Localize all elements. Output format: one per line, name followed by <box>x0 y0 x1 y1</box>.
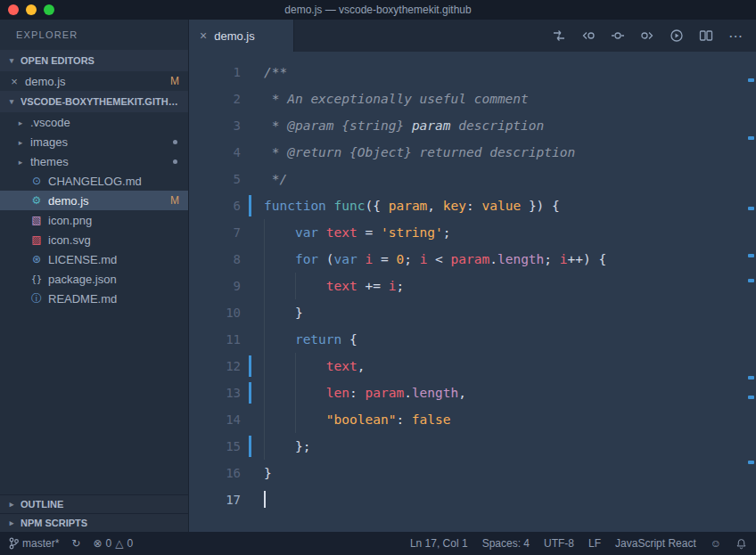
code-line[interactable]: 14"boolean": false <box>189 406 756 433</box>
code-line[interactable]: 15}; <box>189 433 756 460</box>
close-editor-icon[interactable]: × <box>9 75 20 88</box>
line-number[interactable]: 3 <box>189 112 241 139</box>
zoom-window-button[interactable] <box>44 4 54 15</box>
code-token: * @param {string} <box>264 118 412 133</box>
code-line[interactable]: 9text += i; <box>189 273 756 299</box>
minimize-window-button[interactable] <box>26 4 37 15</box>
code-line[interactable]: 1/** <box>189 59 756 86</box>
more-actions-icon[interactable]: ⋯ <box>728 28 744 45</box>
line-number[interactable]: 11 <box>189 326 241 353</box>
line-number[interactable]: 12 <box>189 353 241 380</box>
status-bar-right: Ln 17, Col 1 Spaces: 4 UTF-8 LF JavaScri… <box>396 537 747 550</box>
line-number[interactable]: 9 <box>189 273 241 299</box>
code-token: }) { <box>521 199 560 213</box>
folder-item[interactable]: ▸.vscode <box>0 112 188 132</box>
code-token: * An exceptionally useful comment <box>264 92 529 106</box>
feedback-smiley-icon[interactable]: ☺ <box>711 537 721 550</box>
close-window-button[interactable] <box>8 4 19 15</box>
language-mode-status[interactable]: JavaScript React <box>615 537 696 550</box>
line-number[interactable]: 4 <box>189 139 241 166</box>
code-token: i <box>560 252 568 266</box>
open-changes-icon[interactable] <box>552 29 566 43</box>
code-line[interactable]: 6function func({ param, key: value }) { <box>189 192 756 219</box>
code-line[interactable]: 13len: param.length, <box>189 380 756 406</box>
code-line[interactable]: 3 * @param {string} param description <box>189 112 756 139</box>
sync-button[interactable]: ↻ <box>71 537 80 550</box>
indentation-status[interactable]: Spaces: 4 <box>482 537 530 550</box>
git-branch-status[interactable]: master* <box>9 537 59 550</box>
code-token: : <box>396 412 411 427</box>
open-editor-item[interactable]: × demo.js M <box>0 71 188 91</box>
line-number[interactable]: 2 <box>189 86 241 112</box>
line-number[interactable]: 5 <box>189 166 241 192</box>
notifications-bell-icon[interactable] <box>735 538 747 550</box>
git-modified-indicator <box>249 382 251 404</box>
folder-item[interactable]: ▸themes <box>0 151 188 171</box>
file-item[interactable]: ▧icon.png <box>0 210 188 230</box>
code-token: */ <box>264 172 287 186</box>
workspace-header[interactable]: ▾ VSCODE-BOXYTHEMEKIT.GITHUB <box>0 91 188 112</box>
file-item[interactable]: ▨icon.svg <box>0 230 188 249</box>
code-line[interactable]: 5 */ <box>189 166 756 192</box>
code-line[interactable]: 4 * @return {Object} returned descriptio… <box>189 139 756 166</box>
code-line[interactable]: 7var text = 'string'; <box>189 219 756 246</box>
eol-status[interactable]: LF <box>588 537 601 550</box>
folder-item[interactable]: ▸images <box>0 132 188 151</box>
chevron-right-icon: ▸ <box>7 518 16 527</box>
npm-scripts-section-header[interactable]: ▸ NPM SCRIPTS <box>0 513 188 532</box>
gutter-git-slot <box>241 246 255 273</box>
line-number[interactable]: 7 <box>189 219 241 246</box>
line-number[interactable]: 10 <box>189 299 241 326</box>
file-item[interactable]: {}package.json <box>0 269 188 289</box>
code-line[interactable]: 10} <box>189 299 756 326</box>
ruler-mark <box>748 279 754 282</box>
line-number[interactable]: 13 <box>189 380 241 406</box>
line-number[interactable]: 14 <box>189 406 241 433</box>
cursor-position-status[interactable]: Ln 17, Col 1 <box>410 537 468 550</box>
code-line[interactable]: 8for (var i = 0; i < param.length; i++) … <box>189 246 756 273</box>
indent-guide <box>264 406 295 433</box>
code-editor[interactable]: 1/**2 * An exceptionally useful comment3… <box>189 52 756 532</box>
line-number[interactable]: 16 <box>189 460 241 486</box>
file-item[interactable]: ⊛LICENSE.md <box>0 249 188 269</box>
previous-change-icon[interactable] <box>581 29 596 43</box>
problems-status[interactable]: ⊗ 0 △ 0 <box>93 537 133 550</box>
file-item[interactable]: ⊙CHANGELOG.md <box>0 171 188 191</box>
gutter-git-slot <box>241 166 255 192</box>
code-token: text <box>326 359 357 373</box>
code-token: += <box>357 279 389 293</box>
outline-section-header[interactable]: ▸ OUTLINE <box>0 494 188 513</box>
ruler-mark <box>748 78 754 82</box>
file-item[interactable]: ⓘREADME.md <box>0 289 188 308</box>
code-token: description <box>451 118 545 133</box>
file-name: README.md <box>48 292 117 306</box>
overview-ruler[interactable] <box>745 52 756 532</box>
code-token: , <box>427 199 442 213</box>
gutter-git-slot <box>241 486 255 513</box>
indent-guide <box>264 273 295 299</box>
tab-demo-js[interactable]: × demo.js <box>189 20 294 52</box>
line-number[interactable]: 8 <box>189 246 241 273</box>
line-number[interactable]: 17 <box>189 486 241 513</box>
line-number[interactable]: 15 <box>189 433 241 460</box>
code-line[interactable]: 11return { <box>189 326 756 353</box>
error-icon: ⊗ <box>93 537 102 550</box>
code-token: for <box>295 252 326 266</box>
line-number[interactable]: 6 <box>189 192 241 219</box>
code-token: < <box>427 252 450 266</box>
code-token: i <box>365 252 373 266</box>
line-number[interactable]: 1 <box>189 59 241 86</box>
code-line[interactable]: 16} <box>189 460 756 486</box>
code-line[interactable]: 2 * An exceptionally useful comment <box>189 86 756 112</box>
next-change-icon[interactable] <box>640 29 654 43</box>
code-line[interactable]: 12text, <box>189 353 756 380</box>
annotations-icon[interactable] <box>611 29 625 43</box>
open-preview-icon[interactable] <box>670 29 684 43</box>
split-editor-icon[interactable] <box>699 29 713 43</box>
code-line[interactable]: 17 <box>189 486 756 513</box>
file-item[interactable]: ⚙demo.jsM <box>0 191 188 210</box>
code-token: var <box>334 252 366 266</box>
open-editors-header[interactable]: ▾ OPEN EDITORS <box>0 50 188 71</box>
close-tab-icon[interactable]: × <box>200 29 207 43</box>
encoding-status[interactable]: UTF-8 <box>544 537 574 550</box>
